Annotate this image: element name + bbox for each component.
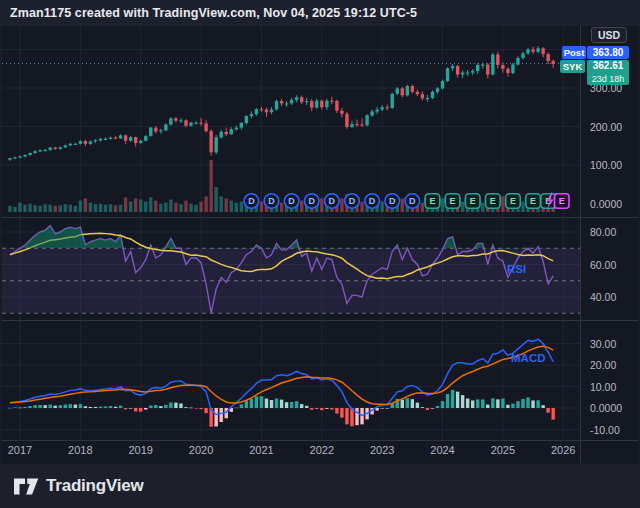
svg-text:D: D [288, 196, 295, 206]
svg-text:D: D [248, 196, 255, 206]
rsi-pane-label: RSI [507, 263, 526, 275]
time-scale[interactable]: 2017201820192020202120222023202420252026 [2, 441, 580, 463]
bar-countdown: 23d 18h [587, 73, 629, 86]
attribution-bar: Zman1175 created with TradingView.com, N… [0, 0, 640, 26]
time-scale-tick: 2020 [184, 444, 218, 456]
svg-text:E: E [530, 196, 536, 206]
currency-toggle-button[interactable]: USD [591, 27, 627, 43]
svg-text:D: D [369, 196, 376, 206]
svg-text:E: E [559, 196, 565, 206]
price-scale-tick: 40.00 [590, 291, 616, 303]
price-scale-tick: 0.0000 [590, 198, 622, 210]
tradingview-logo[interactable]: TradingView [14, 475, 144, 497]
time-scale-tick: 2021 [244, 444, 278, 456]
svg-text:D: D [308, 196, 315, 206]
macd-pane-label: MACD [511, 352, 546, 364]
svg-text:E: E [470, 196, 476, 206]
chart-canvas[interactable]: DDDDDDDDDDDDDDDDEEEEEEEE [2, 26, 638, 464]
price-scale-tick: 20.00 [590, 359, 616, 371]
price-scale[interactable]: 300.00200.00100.000.000080.0060.0040.003… [581, 26, 640, 464]
price-scale-tick: 80.00 [590, 226, 616, 238]
attribution-text: Zman1175 created with TradingView.com, N… [0, 0, 417, 26]
svg-text:D: D [409, 196, 416, 206]
footer-bar: TradingView [0, 464, 640, 508]
time-scale-tick: 2018 [63, 444, 97, 456]
post-market-price-label[interactable]: 363.80 [587, 46, 629, 59]
price-scale-tick: 60.00 [590, 259, 616, 271]
symbol-chip[interactable]: SYK [560, 60, 585, 73]
price-scale-tick: 30.00 [590, 338, 616, 350]
last-price-label[interactable]: 362.61 23d 18h [587, 60, 629, 85]
price-scale-tick: 100.00 [590, 159, 622, 171]
post-market-chip[interactable]: Post [562, 46, 586, 59]
time-scale-tick: 2017 [3, 444, 37, 456]
time-scale-tick: 2019 [124, 444, 158, 456]
svg-text:D: D [389, 196, 396, 206]
svg-text:D: D [268, 196, 275, 206]
time-scale-tick: 2024 [426, 444, 460, 456]
svg-text:E: E [510, 196, 516, 206]
svg-text:E: E [490, 196, 496, 206]
tradingview-logo-text: TradingView [46, 476, 144, 496]
price-scale-tick: 10.00 [590, 381, 616, 393]
svg-text:E: E [450, 196, 456, 206]
price-scale-tick: 0.0000 [590, 402, 622, 414]
svg-text:D: D [349, 196, 356, 206]
last-price-value: 362.61 [587, 60, 629, 73]
time-scale-tick: 2022 [305, 444, 339, 456]
price-scale-tick: -10.00 [590, 424, 620, 436]
svg-text:E: E [429, 196, 435, 206]
time-scale-tick: 2023 [365, 444, 399, 456]
time-scale-tick: 2026 [546, 444, 580, 456]
svg-text:D: D [329, 196, 336, 206]
tradingview-logo-icon [14, 478, 39, 495]
time-scale-tick: 2025 [486, 444, 520, 456]
price-scale-tick: 200.00 [590, 121, 622, 133]
